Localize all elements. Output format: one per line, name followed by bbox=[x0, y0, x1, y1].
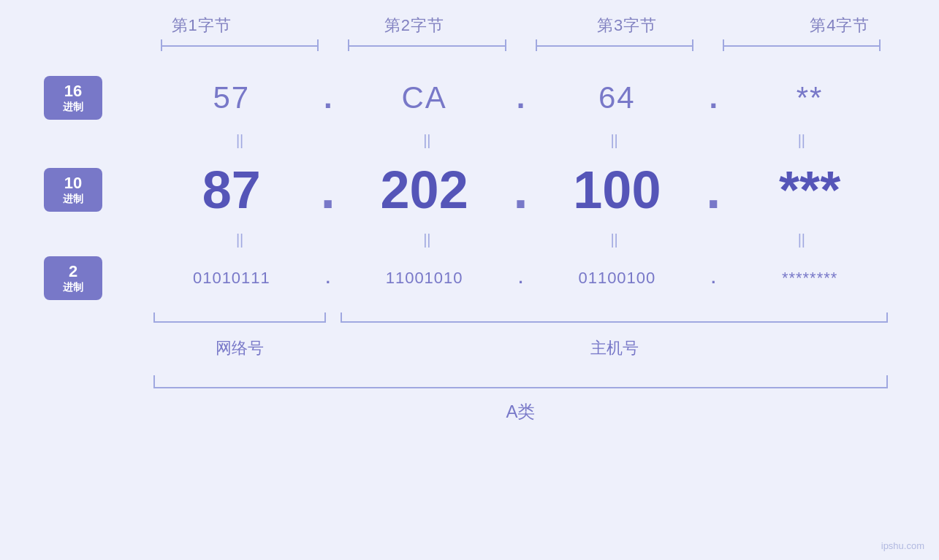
hex-b1: 57 bbox=[146, 80, 317, 115]
host-label: 主机号 bbox=[333, 337, 895, 359]
bracket-1 bbox=[153, 39, 326, 54]
col-header-4: 第4字节 bbox=[734, 15, 939, 37]
col-header-1: 第1字节 bbox=[95, 15, 308, 37]
full-bracket bbox=[146, 374, 895, 388]
bin-row: 2 进制 01010111 . 11001010 . 01100100 . **… bbox=[44, 253, 895, 304]
net-host-labels: 网络号 主机号 bbox=[146, 337, 895, 359]
eq2-b4: || bbox=[708, 231, 895, 248]
eq2-b3: || bbox=[521, 231, 708, 248]
eq1-b1: || bbox=[146, 132, 333, 149]
bracket-2 bbox=[341, 39, 513, 54]
hex-b2: CA bbox=[339, 80, 510, 115]
bin-b2: 11001010 bbox=[339, 269, 510, 288]
col-headers: 第1字节 第2字节 第3字节 第4字节 bbox=[95, 15, 939, 37]
bin-b4: ******** bbox=[724, 269, 895, 288]
dec-row: 10 进制 87 . 202 . 100 . *** bbox=[44, 153, 895, 226]
eq2-b2: || bbox=[333, 231, 520, 248]
top-brackets bbox=[146, 39, 895, 54]
bottom-section: 网络号 主机号 A类 bbox=[146, 310, 895, 423]
dec-b4: *** bbox=[724, 160, 895, 220]
eq1-b4: || bbox=[708, 132, 895, 149]
eq1-b2: || bbox=[333, 132, 520, 149]
dec-label: 10 进制 bbox=[44, 168, 102, 212]
bin-b1: 01010111 bbox=[146, 269, 317, 288]
class-label: A类 bbox=[146, 400, 895, 423]
bin-label: 2 进制 bbox=[44, 256, 102, 300]
equals-row-1: || || || || bbox=[146, 127, 895, 153]
net-label: 网络号 bbox=[146, 337, 333, 359]
watermark: ipshu.com bbox=[881, 540, 924, 551]
col-header-3: 第3字节 bbox=[521, 15, 734, 37]
eq1-b3: || bbox=[521, 132, 708, 149]
bin-dot2: . bbox=[510, 269, 532, 288]
bracket-3 bbox=[528, 39, 701, 54]
main-container: 第1字节 第2字节 第3字节 第4字节 16 进制 57 . CA . 64 .… bbox=[0, 0, 939, 560]
dec-dot1: . bbox=[317, 160, 339, 220]
dec-b3: 100 bbox=[532, 160, 703, 220]
hex-dot2: . bbox=[510, 80, 532, 115]
eq2-b1: || bbox=[146, 231, 333, 248]
hex-b3: 64 bbox=[532, 80, 703, 115]
dec-b1: 87 bbox=[146, 160, 317, 220]
hex-dot1: . bbox=[317, 80, 339, 115]
col-header-2: 第2字节 bbox=[308, 15, 520, 37]
hex-label: 16 进制 bbox=[44, 76, 102, 120]
dec-values: 87 . 202 . 100 . *** bbox=[146, 160, 895, 220]
bin-b3: 01100100 bbox=[532, 269, 703, 288]
dec-b2: 202 bbox=[339, 160, 510, 220]
hex-dot3: . bbox=[702, 80, 724, 115]
hex-row: 16 进制 57 . CA . 64 . ** bbox=[44, 69, 895, 127]
dec-dot2: . bbox=[510, 160, 532, 220]
bin-values: 01010111 . 11001010 . 01100100 . *******… bbox=[146, 269, 895, 288]
hex-values: 57 . CA . 64 . ** bbox=[146, 80, 895, 115]
equals-row-2: || || || || bbox=[146, 226, 895, 253]
bin-dot3: . bbox=[702, 269, 724, 288]
dec-dot3: . bbox=[702, 160, 724, 220]
hex-b4: ** bbox=[724, 80, 895, 115]
bin-dot1: . bbox=[317, 269, 339, 288]
bracket-4 bbox=[715, 39, 888, 54]
